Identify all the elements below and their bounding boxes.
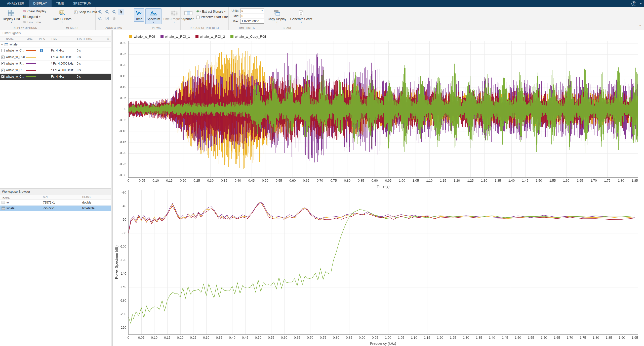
clear-display-button[interactable]: Clear Display	[23, 9, 46, 14]
preserve-start-time-checkbox-box[interactable]	[196, 16, 199, 19]
collapse-ribbon-icon[interactable]: ⌃	[639, 24, 641, 28]
zoom-y-button[interactable]: Y	[111, 9, 117, 15]
expand-caret-icon[interactable]: ▸	[2, 43, 3, 45]
line-swatch	[26, 76, 36, 77]
legend-item[interactable]: whale_w_ROI	[129, 35, 155, 38]
link-time-icon	[23, 21, 26, 24]
filter-signals-input[interactable]	[2, 31, 109, 35]
table-row[interactable]: whale_w_R...* Fs: 4.0000 kHz0 s	[0, 67, 111, 74]
ribbon-section-share: Copy Display ▾ Generate Script ▾ SHARE	[265, 7, 310, 30]
data-cursors-label: Data Cursors	[53, 17, 71, 21]
svg-text:Y: Y	[113, 11, 114, 12]
generate-script-label: Generate Script	[290, 17, 312, 21]
copy-display-icon	[274, 9, 280, 17]
legend-item[interactable]: whale_w_Copy_ROI	[230, 35, 266, 38]
data-cursors-button[interactable]: 2.5 Data Cursors ▾	[52, 8, 73, 24]
display-grid-caret-icon: ▾	[11, 21, 12, 23]
tab-display[interactable]: DISPLAY	[29, 0, 52, 7]
gear-icon[interactable]: ⚙	[107, 37, 109, 40]
panner-button[interactable]: Panner	[182, 8, 195, 22]
fit-to-view-button[interactable]	[104, 16, 110, 22]
info-icon[interactable]: i	[40, 49, 43, 52]
preserve-start-time-checkbox[interactable]: Preserve Start Time	[196, 15, 228, 19]
signal-group-row[interactable]: ▸ whale	[0, 42, 111, 47]
time-view-icon	[135, 9, 143, 17]
copy-display-button[interactable]: Copy Display ▾	[266, 8, 288, 24]
variable-size: 79572×1	[43, 207, 55, 210]
table-row[interactable]: whale_w_C...Fs: 4 kHz0 s	[0, 74, 111, 80]
charts-canvas[interactable]	[113, 30, 644, 346]
signal-start-time: 0 s	[77, 49, 81, 52]
min-time-field[interactable]	[240, 14, 264, 18]
variable-class: double	[82, 201, 91, 204]
generate-script-caret-icon: ▾	[301, 21, 302, 23]
column-header-line: LINE	[27, 37, 32, 40]
legend-swatch	[160, 35, 164, 38]
ribbon-section-time-limits: Units: s ▾ Min: Max: TIME LIMITS	[229, 7, 265, 30]
zoom-out-button[interactable]	[97, 16, 103, 22]
zoom-in-button[interactable]	[97, 9, 103, 15]
units-dropdown[interactable]: s ▾	[240, 9, 264, 13]
snap-to-data-checkbox[interactable]: Snap to Data	[74, 10, 97, 14]
data-cursors-icon: 2.5	[59, 9, 65, 17]
ribbon-section-zoom-pan: X Y	[96, 7, 132, 30]
workspace-row[interactable]: w79572×1double	[0, 200, 111, 206]
signal-start-time: 0 s	[77, 75, 81, 78]
line-swatch	[26, 63, 36, 64]
ribbon-section-display-options: Display Grid ▾ Clear Display Legend ▾	[0, 7, 50, 30]
legend-button[interactable]: Legend ▾	[23, 15, 46, 19]
row-checkbox[interactable]	[1, 62, 5, 65]
toolstrip-menu-caret-icon[interactable]: ▾	[640, 2, 641, 5]
table-row[interactable]: whale_w_R...* Fs: 4.0000 kHz0 s	[0, 61, 111, 67]
spectrum-view-caret-icon: ▾	[153, 21, 154, 23]
pointer-select-button[interactable]	[118, 9, 124, 15]
snap-to-data-checkbox-box[interactable]	[74, 11, 77, 14]
table-icon	[2, 207, 5, 211]
sidebar-splitter[interactable]	[111, 30, 113, 346]
clear-display-icon	[23, 10, 26, 13]
data-cursors-caret-icon: ▾	[62, 21, 63, 23]
display-grid-label: Display Grid	[3, 17, 20, 21]
workspace-table-body: w79572×1doublewhale79572×1timetable	[0, 200, 111, 211]
tab-spectrum[interactable]: SPECTRUM	[68, 0, 96, 7]
workspace-column-size: SIZE	[43, 196, 49, 199]
tab-analyzer[interactable]: ANALYZER	[3, 0, 29, 7]
display-grid-icon	[8, 9, 15, 17]
variable-size: 79572×1	[43, 201, 55, 204]
max-time-field[interactable]	[240, 19, 264, 24]
extract-signals-icon	[196, 10, 201, 14]
row-checkbox[interactable]	[1, 75, 5, 78]
help-icon[interactable]: ?	[631, 1, 636, 6]
workspace-row[interactable]: whale79572×1timetable	[0, 206, 111, 211]
legend-item[interactable]: whale_w_ROI_1	[160, 35, 190, 38]
panner-icon	[184, 9, 192, 17]
signal-time: * Fs: 4.0000 kHz	[51, 68, 73, 72]
variable-name: w	[7, 201, 9, 204]
row-checkbox[interactable]	[1, 56, 5, 59]
display-grid-button[interactable]: Display Grid ▾	[2, 8, 21, 24]
signal-name: whale_w_R...	[6, 68, 25, 72]
row-checkbox[interactable]	[1, 49, 5, 52]
generate-script-button[interactable]: Generate Script ▾	[289, 8, 314, 24]
filter-signals-box	[0, 30, 111, 36]
units-value: s	[242, 9, 243, 13]
line-swatch	[26, 70, 36, 71]
extract-signals-button[interactable]: Extract Signals ▾	[196, 9, 228, 14]
legend-swatch	[195, 35, 198, 38]
table-row[interactable]: whale_w_ROIFs: 4.0000 kHz0 s	[0, 54, 111, 61]
tab-time[interactable]: TIME	[52, 0, 68, 7]
legend-icon	[23, 15, 26, 19]
svg-text:X: X	[106, 11, 107, 12]
legend-label: Legend	[27, 15, 38, 19]
workspace-browser-titlebar[interactable]: Workspace Browser	[0, 188, 111, 195]
table-row[interactable]: whale_w_C...iFs: 4 kHz0 s	[0, 47, 111, 54]
zoom-x-button[interactable]: X	[104, 9, 110, 15]
spectrum-view-button[interactable]: Spectrum ▾	[145, 8, 162, 24]
time-frequency-caret-icon: ▾	[174, 21, 175, 23]
row-checkbox[interactable]	[1, 69, 5, 72]
time-view-button[interactable]: Time	[134, 8, 144, 22]
legend-item[interactable]: whale_w_ROI_2	[195, 35, 225, 38]
display-area: whale_w_ROIwhale_w_ROI_1whale_w_ROI_2wha…	[113, 30, 644, 346]
signal-analyzer-window: ANALYZER DISPLAY TIME SPECTRUM ? ▾ Displ…	[0, 0, 644, 346]
signal-table-body: whale_w_C...iFs: 4 kHz0 swhale_w_ROIFs: …	[0, 47, 111, 80]
